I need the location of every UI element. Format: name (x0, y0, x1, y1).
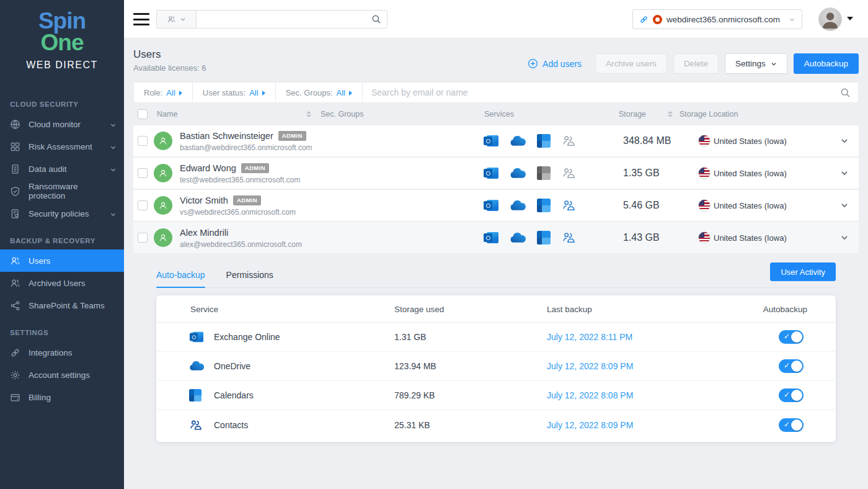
autobackup-toggle-on[interactable] (779, 418, 804, 432)
hamburger-menu-icon[interactable] (133, 13, 149, 25)
topbar: webdirect365.onmicrosoft.com (124, 0, 868, 38)
user-name: Victor Smith (180, 195, 228, 205)
onedrive-service-icon (510, 168, 526, 179)
sidebar-item-label: Account settings (29, 370, 117, 380)
sort-storage-icon[interactable] (668, 111, 673, 117)
domain-name: webdirect365.onmicrosoft.com (666, 15, 784, 24)
contacts-service-icon (562, 166, 575, 180)
domain-selector[interactable]: webdirect365.onmicrosoft.com (632, 9, 802, 29)
us-flag-icon (698, 231, 711, 244)
sidebar-item-account-settings[interactable]: Account settings (0, 364, 124, 386)
archive-users-button[interactable]: Archive users (595, 53, 667, 74)
us-flag-icon (698, 199, 711, 212)
filter-bar: Role: All User status: All Sec. Groups: … (133, 82, 859, 103)
search-icon[interactable] (371, 14, 381, 27)
storage-location: United States (Iowa) (714, 137, 787, 146)
user-row-selected[interactable]: Alex Mindrili alex@webdirect365.onmicros… (133, 222, 859, 253)
tab-auto-backup[interactable]: Auto-backup (156, 262, 205, 287)
users-icon (10, 256, 20, 266)
sidebar-item-risk-assessment[interactable]: Risk Assessment (0, 135, 124, 158)
chevron-down-icon (180, 16, 186, 22)
play-arrow-icon (179, 91, 182, 96)
filter-sec-groups[interactable]: Sec. Groups: All (276, 83, 363, 102)
row-checkbox[interactable] (138, 168, 148, 178)
user-avatar-placeholder (154, 132, 172, 150)
chevron-down-icon (789, 16, 795, 23)
search-icon[interactable] (840, 87, 851, 101)
sidebar-item-integrations[interactable]: Integrations (0, 341, 124, 364)
user-name: Edward Wong (180, 163, 236, 173)
last-backup-link[interactable]: July 12, 2022 8:09 PM (547, 420, 633, 430)
expand-row-chevron-icon[interactable] (840, 201, 849, 210)
user-avatar-placeholder (154, 228, 172, 247)
add-users-button[interactable]: Add users (528, 58, 582, 69)
row-checkbox[interactable] (138, 136, 148, 146)
gear-icon (10, 370, 20, 380)
last-backup-link[interactable]: July 12, 2022 8:11 PM (547, 332, 632, 342)
user-row[interactable]: Victor SmithADMIN vs@webdirect365.onmicr… (133, 190, 859, 221)
sidebar-item-label: Users (29, 256, 117, 266)
column-name: Name (157, 110, 177, 119)
autobackup-toggle-on[interactable] (779, 388, 804, 402)
sidebar-item-billing[interactable]: Billing (0, 386, 124, 408)
filter-role[interactable]: Role: All (134, 83, 193, 102)
autobackup-toggle-on[interactable] (779, 359, 804, 373)
storage-used: 123.94 MB (394, 361, 436, 371)
account-menu-caret-icon[interactable] (847, 17, 853, 20)
user-activity-button[interactable]: User Activity (770, 262, 836, 281)
sidebar-item-cloud-monitor[interactable]: Cloud monitor (0, 113, 124, 135)
calendar-service-icon (537, 166, 551, 180)
search-scope-select[interactable] (156, 10, 196, 29)
sidebar-item-data-audit[interactable]: Data audit (0, 158, 124, 180)
outlook-service-icon (484, 166, 498, 181)
admin-badge: ADMIN (233, 195, 261, 205)
storage-used: 25.31 KB (394, 420, 430, 430)
expand-row-chevron-icon[interactable] (840, 169, 849, 177)
user-search-input[interactable] (363, 83, 858, 102)
last-backup-link[interactable]: July 12, 2022 8:09 PM (547, 361, 633, 371)
user-email: test@webdirect365.onmicrosoft.com (180, 176, 300, 184)
storage-location: United States (Iowa) (714, 233, 787, 243)
grid-icon (10, 141, 20, 152)
sidebar-item-archived-users[interactable]: Archived Users (0, 272, 124, 294)
user-name: Bastian Schweinsteiger (180, 131, 273, 141)
user-row[interactable]: Edward WongADMIN test@webdirect365.onmic… (133, 158, 859, 189)
sidebar-item-ransomware-protection[interactable]: Ransomware protection (0, 180, 124, 202)
plus-circle-icon (528, 58, 538, 69)
select-all-checkbox[interactable] (138, 109, 148, 119)
chevron-down-icon (771, 61, 777, 67)
expand-row-chevron-icon[interactable] (840, 137, 849, 145)
sidebar-item-security-policies[interactable]: Security policies (0, 202, 124, 225)
autobackup-toggle-on[interactable] (779, 330, 804, 344)
outlook-service-icon (484, 198, 498, 213)
calendar-service-icon (537, 231, 551, 244)
last-backup-link[interactable]: July 12, 2022 8:08 PM (547, 390, 633, 400)
onedrive-service-icon (510, 233, 526, 243)
tab-permissions[interactable]: Permissions (226, 262, 273, 287)
column-storage: Storage (619, 110, 646, 119)
collapse-row-chevron-icon[interactable] (840, 233, 849, 242)
global-search-input[interactable] (197, 11, 387, 28)
service-row: Calendars 789.29 KB July 12, 2022 8:08 P… (156, 381, 836, 410)
row-checkbox[interactable] (138, 233, 148, 243)
autobackup-button[interactable]: Autobackup (794, 53, 859, 74)
settings-button[interactable]: Settings (725, 53, 787, 74)
user-avatar[interactable] (818, 7, 842, 31)
sort-name-icon[interactable] (306, 111, 311, 117)
sidebar-item-users[interactable]: Users (0, 249, 124, 272)
users-icon (10, 278, 20, 289)
delete-button[interactable]: Delete (673, 53, 719, 74)
user-row[interactable]: Bastian SchweinsteigerADMIN bastian@webd… (133, 125, 859, 156)
settings-label: Settings (735, 59, 766, 68)
section-settings: SETTINGS (0, 316, 124, 341)
sidebar: Spin One WEB DIRECT CLOUD SECURITY Cloud… (0, 0, 124, 489)
row-checkbox[interactable] (138, 200, 148, 210)
spinone-logo: Spin One (0, 0, 124, 53)
us-flag-icon (698, 135, 711, 147)
service-name: OneDrive (214, 361, 250, 371)
admin-badge: ADMIN (241, 163, 269, 173)
logo-one: One (0, 32, 124, 53)
sidebar-item-sharepoint-teams[interactable]: SharePoint & Teams (0, 294, 124, 316)
filter-user-status[interactable]: User status: All (193, 83, 276, 102)
link-icon (639, 15, 649, 24)
